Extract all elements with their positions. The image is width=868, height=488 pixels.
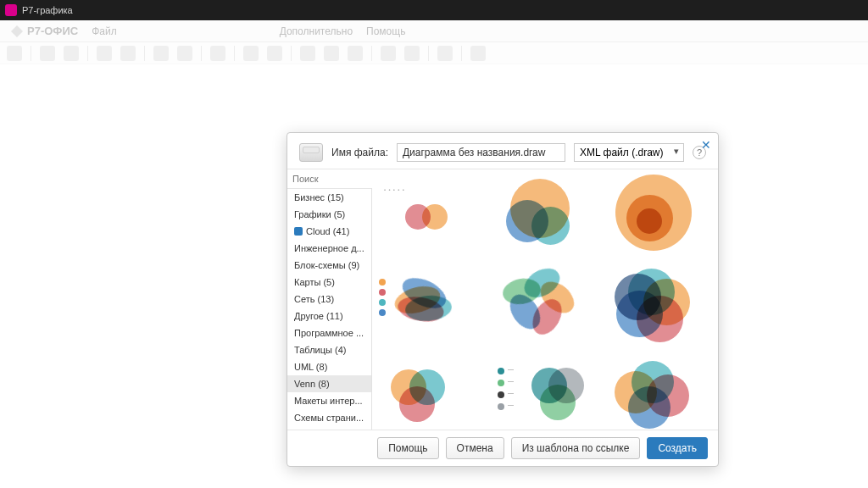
menu-extra[interactable]: Дополнительно <box>280 25 353 37</box>
new-diagram-dialog: ✕ Имя файла: ? 🔍 Бизнес (15)Графики (5)C… <box>287 132 719 467</box>
cancel-button[interactable]: Отмена <box>446 437 504 459</box>
category-item[interactable]: Venn (8) <box>287 375 371 392</box>
category-label: Cloud (41) <box>306 226 349 236</box>
window-title: Р7-графика <box>22 5 73 15</box>
category-item[interactable]: Программное ... <box>287 324 371 341</box>
category-item[interactable]: Бизнес (15) <box>287 189 371 206</box>
category-label: UML (8) <box>294 362 327 372</box>
modal-overlay: ✕ Имя файла: ? 🔍 Бизнес (15)Графики (5)C… <box>0 64 868 488</box>
template-thumb[interactable] <box>603 352 704 430</box>
category-label: Схемы страни... <box>294 413 364 423</box>
svg-marker-0 <box>11 25 23 37</box>
category-label: Другое (11) <box>294 311 343 321</box>
category-item[interactable]: Таблицы (4) <box>287 341 371 358</box>
category-label: Карты (5) <box>294 277 335 287</box>
category-label: Инженерное д... <box>294 243 364 253</box>
template-thumb[interactable] <box>376 263 477 344</box>
help-button[interactable]: Помощь <box>377 437 438 459</box>
app-icon <box>5 4 17 16</box>
category-item[interactable]: Графики (5) <box>287 206 371 223</box>
category-item[interactable]: UML (8) <box>287 358 371 375</box>
category-label: Графики (5) <box>294 209 345 219</box>
dialog-header: Имя файла: ? <box>287 133 718 169</box>
category-label: Venn (8) <box>294 379 330 389</box>
template-gallery: • • • • • <box>372 169 718 430</box>
window-titlebar: Р7-графика <box>0 0 868 20</box>
category-item[interactable]: Карты (5) <box>287 274 371 291</box>
template-sidebar: 🔍 Бизнес (15)Графики (5)Cloud (41)Инжене… <box>287 169 372 430</box>
filetype-select[interactable] <box>574 143 684 162</box>
category-item[interactable]: Блок-схемы (9) <box>287 257 371 274</box>
from-url-button[interactable]: Из шаблона по ссылке <box>511 437 641 459</box>
category-item[interactable]: Макеты интер... <box>287 392 371 409</box>
canvas-area: ✕ Имя файла: ? 🔍 Бизнес (15)Графики (5)C… <box>0 64 868 488</box>
template-thumb[interactable] <box>489 263 591 344</box>
category-label: Сеть (13) <box>294 294 334 304</box>
category-item[interactable]: Cloud (41) <box>287 223 371 240</box>
category-label: Программное ... <box>294 328 364 338</box>
category-label: Макеты интер... <box>294 396 363 406</box>
brand-logo: Р7-ОФИС <box>10 25 78 38</box>
filename-input[interactable] <box>397 143 565 162</box>
create-button[interactable]: Создать <box>647 437 708 459</box>
close-icon[interactable]: ✕ <box>701 138 711 152</box>
category-label: Бизнес (15) <box>294 192 344 202</box>
toolbar <box>0 42 868 64</box>
cloud-icon <box>294 227 303 236</box>
brand-bar: Р7-ОФИС Файл Дополнительно Помощь <box>0 20 868 42</box>
template-thumb[interactable] <box>376 352 477 430</box>
filename-label: Имя файла: <box>331 147 388 158</box>
category-label: Таблицы (4) <box>294 345 346 355</box>
menu-file[interactable]: Файл <box>92 25 117 37</box>
template-thumb[interactable]: • • • • • <box>376 175 477 255</box>
template-thumb[interactable] <box>603 175 704 255</box>
template-thumb[interactable]: — — — — <box>489 352 591 430</box>
dialog-footer: Помощь Отмена Из шаблона по ссылке Созда… <box>287 430 718 466</box>
category-label: Блок-схемы (9) <box>294 260 359 270</box>
template-thumb[interactable] <box>489 175 591 255</box>
brand-text: Р7-ОФИС <box>27 25 78 37</box>
category-item[interactable]: Инженерное д... <box>287 240 371 257</box>
category-list: Бизнес (15)Графики (5)Cloud (41)Инженерн… <box>287 189 371 430</box>
menu-help[interactable]: Помощь <box>366 25 405 37</box>
template-thumb[interactable] <box>603 263 704 344</box>
category-item[interactable]: Другое (11) <box>287 308 371 324</box>
search-row: 🔍 <box>287 169 371 189</box>
drive-icon <box>299 143 323 162</box>
category-item[interactable]: Сеть (13) <box>287 291 371 308</box>
category-item[interactable]: Схемы страни... <box>287 409 371 426</box>
